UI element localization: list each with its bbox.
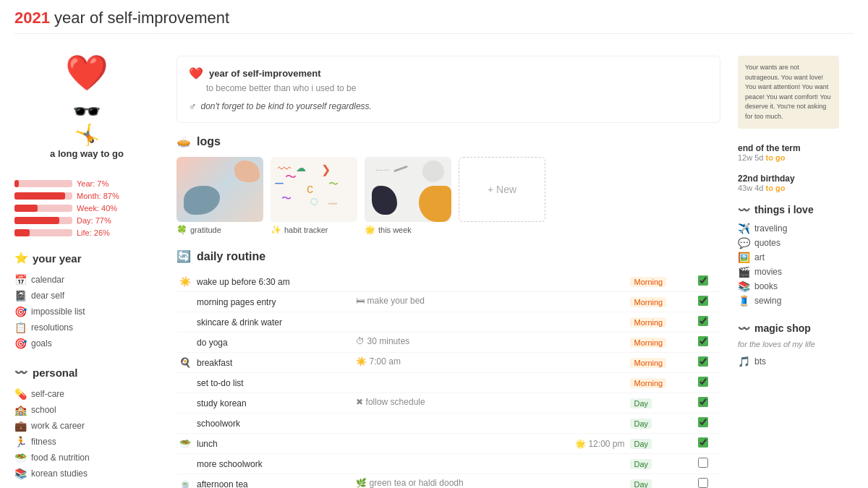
nav-item-work-&-career[interactable]: 💼work & career [14,418,159,434]
left-sidebar: ❤️ 🕶️ 🤸 a long way to go Year: 7% Month:… [14,48,159,488]
goal-title-row: ❤️ year of self-improvement [189,67,708,80]
task-row-icon [176,373,194,393]
task-row-icon [176,393,194,414]
log-label-gratitude: 🍀 gratitude [176,225,263,235]
task-checkbox[interactable] [698,316,708,326]
nav-item-dear-self[interactable]: 📓dear self [14,288,159,304]
task-checkbox-cell[interactable] [695,434,720,454]
task-period: Day [627,434,694,454]
nav-item-resolutions[interactable]: 📋resolutions [14,320,159,335]
task-checkbox-cell[interactable] [695,454,720,474]
decor-blob2 [184,186,220,215]
task-time [538,312,627,333]
new-log-button[interactable]: + New [459,157,545,222]
task-checkbox[interactable] [698,336,708,346]
love-item-traveling[interactable]: ✈️traveling [738,221,854,236]
task-checkbox[interactable] [698,377,708,387]
task-checkbox[interactable] [698,356,708,367]
title-year: 2021 [14,9,50,27]
love-item-movies[interactable]: 🎬movies [738,265,854,279]
task-checkbox-cell[interactable] [695,333,720,353]
magic-shop-note: for the loves of my life [738,340,854,348]
task-checkbox-cell[interactable] [695,292,720,312]
task-checkbox-cell[interactable] [695,272,720,292]
log-card-gratitude[interactable]: 🍀 gratitude [176,157,263,235]
progress-bar-fill [14,229,30,236]
countdowns: end of the term 12w 5d to go 22nd birthd… [738,143,854,192]
love-item-art[interactable]: 🖼️art [738,250,854,265]
nav-emoji: 📓 [14,290,27,301]
task-name: do yoga [194,333,353,353]
task-checkbox[interactable] [698,417,708,427]
task-hint [353,454,538,461]
routine-row: skincare & drink water Morning [176,312,720,333]
nav-item-school[interactable]: 🏫school [14,402,159,418]
page-title: 2021 year of self-improvement [14,9,854,27]
nav-item-fitness[interactable]: 🏃fitness [14,434,159,450]
task-hint [353,373,538,380]
progress-item: Week: 40% [14,204,159,213]
progress-bar-bg [14,217,72,224]
log-thumb-week: ....... [365,157,451,222]
your-year-items: 📅calendar📓dear self🎯impossible list📋reso… [14,272,159,351]
task-checkbox-cell[interactable] [695,414,720,434]
log-card-habit[interactable]: 〰 ☁ 〜 ー c 〜 ◌ ❯ 〜 〰 ✨ [271,157,357,235]
love-label: movies [754,267,782,277]
things-i-love-title: 〰️ things i love [738,204,854,215]
personal-title: 〰️ personal [14,366,159,379]
nav-item-korean-studies[interactable]: 📚korean studies [14,466,159,481]
task-checkbox-cell[interactable] [695,474,720,489]
task-name: study korean [194,393,353,414]
task-name: skincare & drink water [194,312,353,333]
task-checkbox[interactable] [698,437,708,448]
task-row-icon [176,312,194,333]
logs-grid: 🍀 gratitude 〰 ☁ 〜 ー c 〜 [176,157,720,235]
progress-item: Life: 26% [14,228,159,237]
love-item-sewing[interactable]: 🧵sewing [738,294,854,308]
progress-section: Year: 7% Month: 87% Week: 40% Day: 77% L… [14,179,159,237]
task-row-icon [176,292,194,312]
clock-icon: 🔄 [176,249,191,263]
task-checkbox[interactable] [698,275,708,286]
task-hint [353,312,538,320]
nav-label: work & career [31,421,85,431]
logs-section: 🥧 logs 🍀 gratitude [176,134,720,235]
countdown-block: 22nd birthday 43w 4d to go [738,174,854,192]
nav-item-impossible-list[interactable]: 🎯impossible list [14,304,159,320]
nav-label: self-care [31,389,64,399]
nav-label: school [31,405,56,415]
task-checkbox[interactable] [698,478,708,488]
goal-note-icon: ♂️ [189,100,197,112]
love-emoji: 🎬 [738,266,750,278]
task-checkbox[interactable] [698,458,708,468]
wave-icon-love: 〰️ [738,204,750,215]
task-checkbox[interactable] [698,296,708,306]
progress-bar-fill [14,217,59,224]
task-checkbox-cell[interactable] [695,393,720,414]
routine-row: more schoolwork Day [176,454,720,474]
shop-item-bts[interactable]: 🎵bts [738,354,854,369]
task-row-icon: 🍳 [176,353,194,373]
progress-item: Month: 87% [14,192,159,200]
wave-icon-shop: 〰️ [738,322,750,334]
task-checkbox-cell[interactable] [695,373,720,393]
nav-emoji: 💼 [14,420,27,432]
task-hint [353,434,538,441]
nav-item-self-care[interactable]: 💊self-care [14,386,159,402]
nav-item-food-&-nutrition[interactable]: 🥗food & nutrition [14,450,159,466]
task-checkbox[interactable] [698,397,708,407]
progress-item: Year: 7% [14,179,159,188]
nav-emoji: 🥗 [14,452,27,463]
love-item-books[interactable]: 📚books [738,279,854,294]
log-card-week[interactable]: ....... 🌟 this week [365,157,451,235]
nav-label: food & nutrition [31,453,90,463]
nav-item-calendar[interactable]: 📅calendar [14,272,159,288]
task-checkbox-cell[interactable] [695,353,720,373]
nav-label: goals [31,338,52,348]
nav-item-goals[interactable]: 🎯goals [14,335,159,351]
log-thumb-gratitude [176,157,263,222]
decor-blob [234,160,260,182]
task-checkbox-cell[interactable] [695,312,720,333]
love-item-quotes[interactable]: 💬quotes [738,236,854,250]
love-label: quotes [754,238,780,248]
